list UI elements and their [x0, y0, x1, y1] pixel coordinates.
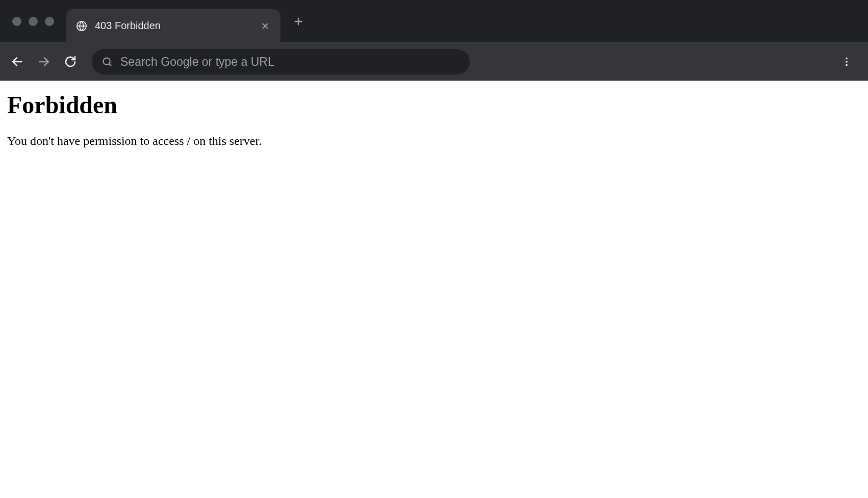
window-controls [0, 17, 66, 26]
window-maximize-button[interactable] [45, 17, 54, 26]
plus-icon [293, 16, 304, 27]
svg-point-11 [846, 64, 848, 66]
arrow-right-icon [37, 55, 50, 68]
search-icon [102, 57, 112, 67]
close-tab-button[interactable] [259, 20, 271, 32]
titlebar: 403 Forbidden [0, 0, 868, 43]
kebab-menu-icon [841, 56, 852, 67]
forward-button[interactable] [33, 51, 55, 73]
window-minimize-button[interactable] [29, 17, 38, 26]
toolbar [0, 43, 868, 81]
new-tab-button[interactable] [289, 12, 308, 31]
svg-point-10 [846, 61, 848, 63]
close-icon [261, 21, 270, 31]
globe-icon [75, 20, 88, 32]
reload-icon [64, 56, 76, 68]
error-heading: Forbidden [7, 91, 861, 119]
browser-menu-button[interactable] [835, 51, 858, 73]
page-content: Forbidden You don't have permission to a… [0, 81, 868, 155]
svg-line-8 [109, 64, 111, 66]
error-message: You don't have permission to access / on… [7, 134, 861, 148]
svg-point-9 [846, 58, 848, 60]
address-input[interactable] [120, 55, 459, 69]
reload-button[interactable] [59, 51, 82, 73]
address-bar[interactable] [92, 49, 470, 74]
browser-tab[interactable]: 403 Forbidden [66, 9, 280, 43]
window-close-button[interactable] [12, 17, 21, 26]
back-button[interactable] [6, 51, 29, 73]
tab-title: 403 Forbidden [95, 20, 252, 32]
arrow-left-icon [11, 55, 24, 68]
browser-chrome: 403 Forbidden [0, 0, 868, 81]
